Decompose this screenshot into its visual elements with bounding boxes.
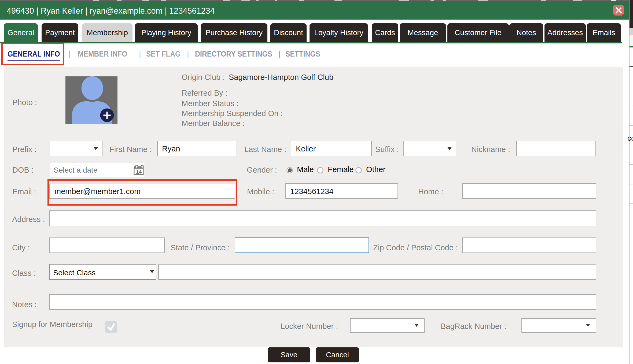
svg-text:14: 14 [136, 169, 142, 175]
